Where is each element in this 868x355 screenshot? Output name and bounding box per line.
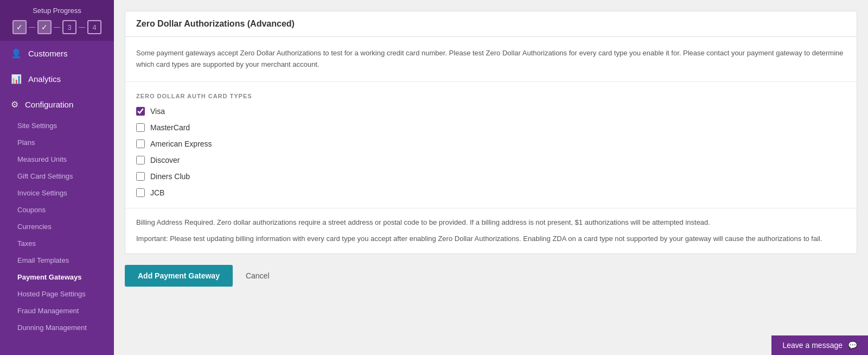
sidebar-subitem-currencies[interactable]: Currencies	[0, 218, 114, 235]
sidebar-subitem-gift-card-settings[interactable]: Gift Card Settings	[0, 168, 114, 185]
sidebar-subitem-site-settings[interactable]: Site Settings	[0, 117, 114, 134]
sidebar-item-analytics[interactable]: 📊 Analytics	[0, 66, 114, 92]
setup-progress: Setup Progress ✓ — ✓ — 3 — 4	[0, 0, 114, 41]
main-content: Zero Dollar Authorizations (Advanced) So…	[114, 0, 868, 355]
checkbox-amex-input[interactable]	[136, 140, 145, 148]
configuration-icon: ⚙	[11, 99, 18, 110]
card-description: Some payment gateways accept Zero Dollar…	[136, 48, 846, 71]
card-description-body: Some payment gateways accept Zero Dollar…	[125, 37, 857, 81]
checkbox-jcb[interactable]: JCB	[136, 188, 846, 197]
sidebar-subitem-hosted-page-settings[interactable]: Hosted Page Settings	[0, 286, 114, 302]
sidebar-subitem-coupons[interactable]: Coupons	[0, 201, 114, 218]
checkbox-diners-label: Diners Club	[150, 172, 190, 181]
checkbox-discover[interactable]: Discover	[136, 156, 846, 164]
step-dash-2: —	[54, 23, 60, 31]
checkbox-visa[interactable]: Visa	[136, 107, 846, 116]
cancel-button[interactable]: Cancel	[241, 265, 274, 287]
customers-icon: 👤	[11, 48, 22, 59]
checkbox-jcb-input[interactable]	[136, 188, 145, 197]
sidebar-item-configuration-label: Configuration	[25, 100, 73, 109]
checkbox-discover-input[interactable]	[136, 156, 145, 164]
step-1: ✓	[12, 20, 27, 34]
card-header: Zero Dollar Authorizations (Advanced)	[125, 11, 857, 37]
sidebar-subitem-payment-gateways[interactable]: Payment Gateways	[0, 269, 114, 286]
sidebar-nav: 👤 Customers 📊 Analytics ⚙ Configuration …	[0, 41, 114, 355]
message-icon: 💬	[848, 341, 857, 350]
sidebar-subitem-taxes[interactable]: Taxes	[0, 235, 114, 252]
form-actions: Add Payment Gateway Cancel	[125, 265, 857, 287]
analytics-icon: 📊	[11, 74, 22, 84]
sidebar-subitem-plans[interactable]: Plans	[0, 134, 114, 151]
zero-dollar-auth-card: Zero Dollar Authorizations (Advanced) So…	[125, 11, 857, 254]
checkbox-mastercard-input[interactable]	[136, 123, 145, 132]
sidebar-subitem-invoice-settings[interactable]: Invoice Settings	[0, 185, 114, 201]
sidebar: Setup Progress ✓ — ✓ — 3 — 4 👤 Customers…	[0, 0, 114, 355]
card-title: Zero Dollar Authorizations (Advanced)	[136, 19, 295, 28]
checkbox-discover-label: Discover	[150, 156, 180, 164]
sidebar-subitem-dunning-management[interactable]: Dunning Management	[0, 319, 114, 336]
checkbox-amex[interactable]: American Express	[136, 140, 846, 148]
card-types-section-label: ZERO DOLLAR AUTH CARD TYPES	[136, 93, 846, 99]
notice-section: Billing Address Required. Zero dollar au…	[125, 208, 857, 254]
leave-message-button[interactable]: Leave a message 💬	[771, 335, 868, 355]
checkbox-visa-label: Visa	[150, 107, 165, 116]
add-payment-gateway-button[interactable]: Add Payment Gateway	[125, 265, 233, 287]
step-3: 3	[62, 20, 76, 34]
checkbox-diners-input[interactable]	[136, 172, 145, 181]
progress-steps: ✓ — ✓ — 3 — 4	[9, 20, 105, 34]
leave-message-label: Leave a message	[782, 341, 843, 350]
sidebar-item-customers-label: Customers	[28, 49, 68, 58]
step-dash-3: —	[79, 23, 85, 31]
setup-progress-title: Setup Progress	[9, 7, 105, 15]
notice-text-1: Billing Address Required. Zero dollar au…	[136, 217, 846, 229]
sidebar-subitem-email-templates[interactable]: Email Templates	[0, 252, 114, 269]
checkbox-jcb-label: JCB	[150, 188, 164, 197]
checkbox-amex-label: American Express	[150, 140, 212, 148]
checkbox-mastercard-label: MasterCard	[150, 123, 190, 132]
sidebar-item-configuration[interactable]: ⚙ Configuration	[0, 92, 114, 117]
card-types-group: Visa MasterCard American Express Discove…	[136, 107, 846, 197]
sidebar-subitem-fraud-management[interactable]: Fraud Management	[0, 302, 114, 319]
card-checkboxes-body: ZERO DOLLAR AUTH CARD TYPES Visa MasterC…	[125, 82, 857, 208]
step-2: ✓	[37, 20, 52, 34]
sidebar-item-analytics-label: Analytics	[28, 74, 61, 84]
checkbox-mastercard[interactable]: MasterCard	[136, 123, 846, 132]
sidebar-subitem-measured-units[interactable]: Measured Units	[0, 151, 114, 168]
step-4: 4	[87, 20, 101, 34]
checkbox-diners[interactable]: Diners Club	[136, 172, 846, 181]
notice-text-2: Important: Please test updating billing …	[136, 233, 846, 245]
step-dash-1: —	[29, 23, 35, 31]
checkbox-visa-input[interactable]	[136, 107, 145, 116]
sidebar-item-customers[interactable]: 👤 Customers	[0, 41, 114, 66]
